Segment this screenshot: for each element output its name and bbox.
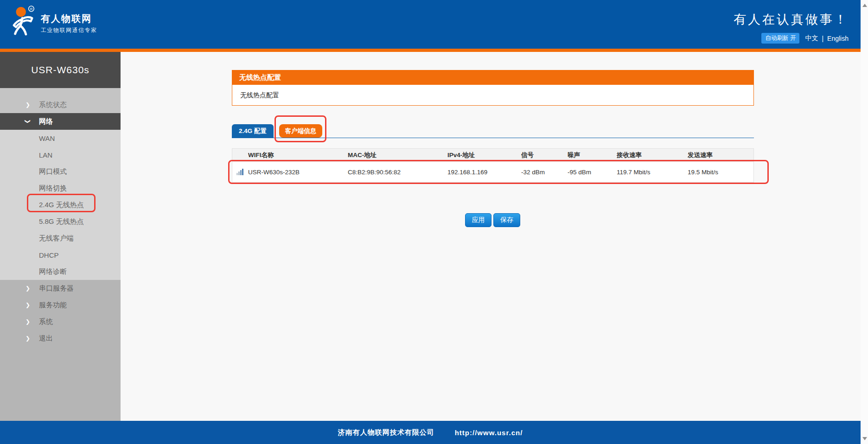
cell-mac-address: C8:B2:9B:90:56:82 [348, 169, 447, 176]
cell-ipv4-address: 192.168.1.169 [447, 169, 521, 176]
sidebar-item-24g-wireless-ap[interactable]: 2.4G 无线热点 [0, 197, 121, 213]
save-button[interactable]: 保存 [493, 213, 520, 227]
scroll-down-icon[interactable] [862, 437, 867, 440]
chevron-right-icon: ❯ [26, 336, 32, 341]
signal-strength-bars-icon [236, 169, 248, 175]
col-ipv4-address: IPv4-地址 [447, 151, 521, 159]
col-signal: 信号 [521, 151, 568, 159]
svg-text:R: R [30, 7, 33, 11]
sidebar-item-label: 系统 [39, 317, 53, 326]
tab-24g-config[interactable]: 2.4G 配置 [232, 124, 274, 138]
device-model-title: USR-W630s [0, 52, 121, 88]
sidebar-item-label: 系统状态 [39, 101, 67, 109]
sidebar-item-label: LAN [39, 151, 52, 159]
sidebar-item-58g-wireless-ap[interactable]: 5.8G 无线热点 [0, 213, 121, 230]
sidebar-item-label: 退出 [39, 334, 53, 343]
sidebar-nav: USR-W630s ❯ 系统状态 ❯ 网络 WAN LAN 网口模式 网络切换 … [0, 52, 121, 421]
sidebar-item-system-status[interactable]: ❯ 系统状态 [0, 96, 121, 113]
auto-refresh-toggle[interactable]: 自动刷新 开 [761, 33, 799, 44]
sidebar-item-serial-server[interactable]: ❯ 串口服务器 [0, 280, 121, 297]
sidebar-item-dhcp[interactable]: DHCP [0, 247, 121, 263]
chevron-down-icon: ❯ [25, 119, 31, 124]
col-wifi-name: WIFI名称 [248, 151, 348, 159]
col-rx-rate: 接收速率 [617, 151, 688, 159]
page-scrollbar[interactable] [861, 0, 868, 444]
sidebar-item-label: 串口服务器 [39, 284, 74, 293]
usr-logo-running-person-icon: R [10, 5, 37, 36]
header-accent-strip [0, 49, 861, 52]
cell-tx-rate: 19.5 Mbit/s [688, 169, 753, 176]
panel-title-bar: 无线热点配置 [232, 70, 754, 84]
tab-client-info[interactable]: 客户端信息 [279, 124, 322, 138]
lang-english-link[interactable]: English [827, 35, 849, 42]
main-content: 无线热点配置 无线热点配置 2.4G 配置 客户端信息 WIFI名称 MAC-地… [121, 52, 861, 421]
sidebar-item-label: 网络切换 [39, 184, 67, 193]
col-mac-address: MAC-地址 [348, 151, 447, 159]
sidebar-item-network[interactable]: ❯ 网络 [0, 113, 121, 130]
sidebar-filler [0, 347, 121, 421]
cell-signal: -32 dBm [521, 169, 568, 176]
footer-company: 济南有人物联网技术有限公司 [338, 428, 434, 437]
chevron-right-icon: ❯ [26, 319, 32, 324]
footer-website-link[interactable]: http://www.usr.cn/ [455, 429, 523, 437]
sidebar-item-network-switch[interactable]: 网络切换 [0, 180, 121, 197]
sidebar-item-lan[interactable]: LAN [0, 146, 121, 163]
table-row: USR-W630s-232B C8:B2:9B:90:56:82 192.168… [232, 162, 753, 182]
sidebar-item-label: 无线客户端 [39, 234, 74, 243]
client-info-table: WIFI名称 MAC-地址 IPv4-地址 信号 噪声 接收速率 发送速率 US… [232, 148, 754, 183]
lang-divider: | [822, 35, 823, 42]
sidebar-item-label: 网口模式 [39, 167, 67, 176]
sidebar-item-logout[interactable]: ❯ 退出 [0, 330, 121, 347]
cell-wifi-name: USR-W630s-232B [248, 169, 348, 176]
top-header: R 有人物联网 工业物联网通信专家 有人在认真做事！ 自动刷新 开 中文 | E… [0, 0, 861, 49]
sidebar-item-service-functions[interactable]: ❯ 服务功能 [0, 297, 121, 313]
header-slogan: 有人在认真做事！ [734, 11, 849, 28]
panel-description: 无线热点配置 [232, 84, 754, 106]
col-tx-rate: 发送速率 [688, 151, 753, 159]
sidebar-item-port-mode[interactable]: 网口模式 [0, 163, 121, 180]
tab-underline [232, 138, 754, 138]
sidebar-item-wireless-client[interactable]: 无线客户端 [0, 230, 121, 247]
sidebar-item-label: 网络诊断 [39, 267, 67, 276]
cell-rx-rate: 119.7 Mbit/s [617, 169, 688, 176]
sidebar-item-system[interactable]: ❯ 系统 [0, 313, 121, 330]
table-header-row: WIFI名称 MAC-地址 IPv4-地址 信号 噪声 接收速率 发送速率 [232, 149, 753, 162]
chevron-right-icon: ❯ [26, 285, 32, 291]
scroll-up-icon[interactable] [862, 4, 867, 7]
chevron-right-icon: ❯ [26, 302, 32, 308]
brand-tagline: 工业物联网通信专家 [41, 26, 97, 34]
sidebar-item-label: 5.8G 无线热点 [39, 217, 84, 226]
sidebar-item-wan[interactable]: WAN [0, 130, 121, 146]
sidebar-item-network-diagnosis[interactable]: 网络诊断 [0, 263, 121, 280]
brand-name: 有人物联网 [41, 13, 92, 25]
sidebar-spacer [0, 88, 121, 96]
router-admin-page: R 有人物联网 工业物联网通信专家 有人在认真做事！ 自动刷新 开 中文 | E… [0, 0, 868, 444]
page-footer: 济南有人物联网技术有限公司 http://www.usr.cn/ [0, 421, 861, 444]
sidebar-item-label: 服务功能 [39, 301, 67, 310]
cell-noise: -95 dBm [568, 169, 617, 176]
sidebar-item-label: WAN [39, 134, 55, 142]
sidebar-item-label: 2.4G 无线热点 [39, 201, 84, 209]
chevron-right-icon: ❯ [26, 102, 32, 108]
sidebar-item-label: 网络 [39, 117, 53, 126]
apply-button[interactable]: 应用 [465, 213, 491, 227]
lang-chinese-link[interactable]: 中文 [805, 34, 818, 43]
col-noise: 噪声 [568, 151, 617, 159]
sidebar-item-label: DHCP [39, 251, 59, 259]
